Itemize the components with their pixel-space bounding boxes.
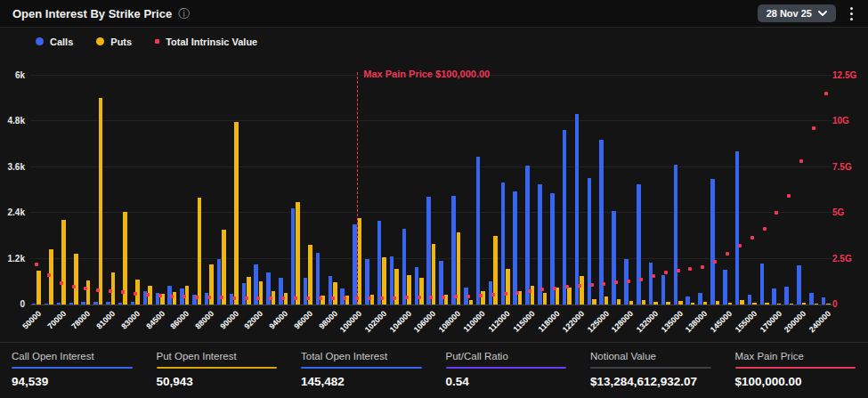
strike-group[interactable] — [734, 76, 746, 305]
put-bar[interactable] — [419, 278, 424, 305]
intrinsic-dot[interactable] — [146, 293, 150, 296]
intrinsic-dot[interactable] — [331, 296, 335, 300]
intrinsic-dot[interactable] — [429, 296, 433, 299]
call-bar[interactable] — [822, 297, 826, 305]
intrinsic-dot[interactable] — [812, 126, 815, 130]
strike-group[interactable] — [462, 76, 475, 305]
intrinsic-dot[interactable] — [256, 296, 260, 300]
call-bar[interactable] — [279, 278, 283, 305]
strike-group[interactable] — [672, 76, 685, 305]
put-bar[interactable] — [592, 299, 596, 305]
call-bar[interactable] — [93, 302, 98, 305]
call-bar[interactable] — [476, 157, 481, 305]
intrinsic-dot[interactable] — [245, 296, 248, 300]
intrinsic-dot[interactable] — [491, 293, 495, 296]
strike-group[interactable] — [55, 76, 68, 305]
intrinsic-dot[interactable] — [60, 281, 63, 285]
strike-group[interactable] — [376, 76, 388, 305]
strike-group[interactable] — [512, 76, 524, 305]
strike-group[interactable] — [771, 76, 783, 305]
intrinsic-dot[interactable] — [47, 273, 51, 277]
call-bar[interactable] — [426, 197, 431, 305]
call-bar[interactable] — [797, 265, 801, 305]
intrinsic-dot[interactable] — [393, 296, 396, 300]
intrinsic-dot[interactable] — [479, 294, 483, 297]
strike-group[interactable] — [795, 76, 807, 305]
intrinsic-dot[interactable] — [134, 292, 137, 296]
call-bar[interactable] — [599, 140, 604, 305]
strike-group[interactable] — [598, 76, 611, 305]
strike-group[interactable] — [426, 76, 438, 305]
intrinsic-dot[interactable] — [84, 287, 87, 290]
intrinsic-dot[interactable] — [528, 289, 531, 293]
strike-group[interactable] — [685, 76, 697, 305]
call-bar[interactable] — [501, 183, 506, 305]
strike-group[interactable] — [696, 76, 709, 305]
put-bar[interactable] — [790, 304, 794, 305]
call-bar[interactable] — [661, 275, 666, 305]
put-bar[interactable] — [826, 304, 831, 305]
put-bar[interactable] — [752, 303, 757, 305]
intrinsic-dot[interactable] — [553, 287, 556, 290]
intrinsic-dot[interactable] — [614, 280, 618, 284]
date-selector[interactable]: 28 Nov 25 — [758, 4, 836, 22]
strike-group[interactable] — [277, 76, 289, 305]
put-bar[interactable] — [481, 291, 485, 305]
put-bar[interactable] — [580, 276, 584, 305]
intrinsic-dot[interactable] — [269, 296, 272, 300]
intrinsic-dot[interactable] — [726, 252, 729, 256]
intrinsic-dot[interactable] — [195, 296, 199, 299]
strike-group[interactable] — [610, 76, 622, 305]
strike-group[interactable] — [178, 76, 191, 305]
strike-group[interactable] — [573, 76, 586, 305]
strike-group[interactable] — [338, 76, 351, 305]
intrinsic-dot[interactable] — [515, 291, 519, 295]
intrinsic-dot[interactable] — [232, 296, 236, 300]
put-bar[interactable] — [765, 303, 769, 305]
put-bar[interactable] — [604, 296, 609, 305]
put-bar[interactable] — [247, 277, 251, 305]
call-bar[interactable] — [69, 303, 74, 305]
strike-group[interactable] — [117, 76, 129, 305]
call-bar[interactable] — [81, 302, 85, 305]
kebab-menu-icon[interactable] — [845, 4, 857, 23]
call-bar[interactable] — [32, 304, 37, 305]
intrinsic-dot[interactable] — [220, 296, 223, 299]
call-bar[interactable] — [748, 295, 752, 305]
put-bar[interactable] — [642, 300, 646, 305]
call-bar[interactable] — [45, 304, 49, 305]
put-bar[interactable] — [99, 98, 103, 305]
strike-group[interactable] — [252, 76, 264, 305]
intrinsic-dot[interactable] — [281, 296, 285, 300]
strike-group[interactable] — [289, 76, 302, 305]
put-bar[interactable] — [111, 272, 116, 305]
strike-group[interactable] — [327, 76, 339, 305]
strike-group[interactable] — [215, 76, 228, 305]
put-bar[interactable] — [49, 249, 53, 305]
intrinsic-dot[interactable] — [442, 296, 445, 299]
strike-group[interactable] — [758, 76, 771, 305]
intrinsic-dot[interactable] — [578, 284, 581, 288]
strike-group[interactable] — [647, 76, 660, 305]
put-bar[interactable] — [617, 299, 621, 305]
call-bar[interactable] — [402, 229, 407, 305]
call-bar[interactable] — [106, 302, 110, 305]
call-bar[interactable] — [304, 278, 308, 305]
strike-group[interactable] — [548, 76, 561, 305]
call-bar[interactable] — [809, 293, 814, 305]
intrinsic-dot[interactable] — [418, 296, 421, 299]
strike-group[interactable] — [228, 76, 240, 305]
intrinsic-dot[interactable] — [738, 244, 742, 248]
call-bar[interactable] — [685, 296, 690, 305]
put-bar[interactable] — [543, 293, 548, 305]
put-bar[interactable] — [703, 302, 708, 305]
strike-group[interactable] — [475, 76, 487, 305]
call-bar[interactable] — [698, 293, 702, 305]
intrinsic-dot[interactable] — [590, 283, 594, 287]
put-bar[interactable] — [567, 288, 572, 305]
put-bar[interactable] — [653, 302, 658, 305]
put-bar[interactable] — [457, 232, 461, 305]
info-icon[interactable]: ⓘ — [178, 8, 190, 20]
call-bar[interactable] — [242, 283, 247, 305]
strike-group[interactable] — [561, 76, 573, 305]
